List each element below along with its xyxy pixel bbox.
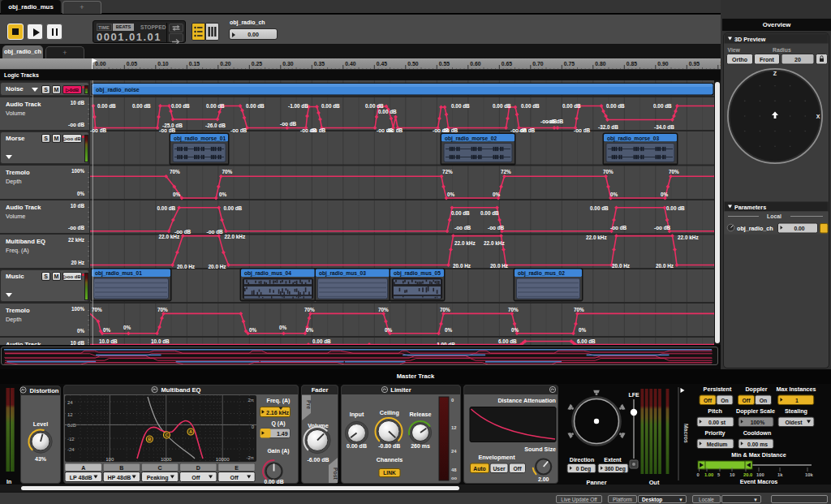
svg-text:70%: 70% <box>157 307 168 312</box>
svg-text:0.00 dB: 0.00 dB <box>666 205 685 211</box>
svg-text:Level: Level <box>33 420 48 428</box>
svg-text:0.95: 0.95 <box>689 61 700 67</box>
svg-text:HP 48dB: HP 48dB <box>108 475 131 480</box>
svg-text:0%: 0% <box>306 327 314 333</box>
svg-text:0.00 dB: 0.00 dB <box>451 210 470 216</box>
svg-text:0dB: 0dB <box>67 423 76 428</box>
svg-text:0.35: 0.35 <box>314 61 325 67</box>
svg-text:0: 0 <box>451 398 454 403</box>
svg-text:Radius: Radius <box>773 47 791 53</box>
svg-text:obj_radio_mus_02: obj_radio_mus_02 <box>518 270 565 277</box>
svg-text:-oo dB: -oo dB <box>574 127 591 133</box>
svg-text:1.49: 1.49 <box>277 431 288 437</box>
svg-text:70%: 70% <box>222 169 233 174</box>
svg-text:LFE: LFE <box>628 392 639 398</box>
svg-text:Event Macros: Event Macros <box>740 478 778 485</box>
svg-text:Envelopment: Envelopment <box>478 454 515 461</box>
svg-text:70%: 70% <box>170 169 180 174</box>
svg-text:260 ms: 260 ms <box>411 443 430 449</box>
svg-text:0%: 0% <box>249 327 257 333</box>
svg-text:Priority: Priority <box>704 429 725 437</box>
svg-text:3D Preview: 3D Preview <box>734 36 766 43</box>
svg-text:0.00 dB: 0.00 dB <box>521 103 540 109</box>
svg-text:LINK: LINK <box>383 470 396 476</box>
svg-text:0%: 0% <box>511 327 519 333</box>
svg-text:0.00 dB: 0.00 dB <box>562 103 581 109</box>
svg-text:0.50: 0.50 <box>407 61 418 67</box>
svg-text:100: 100 <box>756 472 764 477</box>
svg-text:0%: 0% <box>447 192 455 197</box>
svg-text:2.16 kHz: 2.16 kHz <box>266 410 290 416</box>
svg-text:Release: Release <box>409 411 431 418</box>
svg-text:-0.80 dB: -0.80 dB <box>378 443 400 449</box>
svg-text:-2π: -2π <box>247 455 254 460</box>
svg-text:-oo dB: -oo dB <box>207 229 224 235</box>
svg-text:Sound Size: Sound Size <box>524 446 556 453</box>
svg-text:Macros: Macros <box>683 424 689 443</box>
svg-text:Persistent: Persistent <box>704 386 732 393</box>
svg-text:72%: 72% <box>442 169 453 174</box>
svg-text:-oo dB: -oo dB <box>280 121 297 127</box>
svg-text:70%: 70% <box>508 307 519 312</box>
svg-text:72%: 72% <box>501 169 511 174</box>
svg-text:0.85: 0.85 <box>626 61 637 67</box>
svg-text:0.25: 0.25 <box>252 61 262 67</box>
svg-text:View: View <box>728 47 741 53</box>
svg-text:10: 10 <box>730 472 734 477</box>
svg-text:100%: 100% <box>751 420 764 425</box>
svg-text:1k: 1k <box>777 472 783 477</box>
svg-text:0%: 0% <box>661 192 669 197</box>
svg-text:-oo dB: -oo dB <box>654 225 671 230</box>
svg-text:Medium: Medium <box>707 442 728 447</box>
svg-text:360 Deg: 360 Deg <box>605 466 626 472</box>
svg-text:0.00 dB: 0.00 dB <box>590 205 609 211</box>
svg-text:-oo dB: -oo dB <box>519 127 536 133</box>
svg-text:24: 24 <box>451 449 457 454</box>
svg-text:0.55: 0.55 <box>439 61 450 67</box>
svg-text:E: E <box>235 465 239 471</box>
svg-text:0.00 dB: 0.00 dB <box>206 103 225 109</box>
svg-text:User: User <box>493 466 505 472</box>
svg-text:0.00 dB: 0.00 dB <box>365 103 384 109</box>
svg-text:-24: -24 <box>67 447 75 452</box>
svg-text:20.0 Hz: 20.0 Hz <box>612 263 630 269</box>
svg-text:0.80: 0.80 <box>595 61 605 67</box>
svg-text:0.00 dB: 0.00 dB <box>347 443 367 449</box>
svg-text:0.00 dB: 0.00 dB <box>157 205 176 211</box>
svg-text:0.00 dB: 0.00 dB <box>246 103 265 109</box>
svg-text:0.00 dB: 0.00 dB <box>312 338 331 344</box>
svg-text:Distance Attenuation: Distance Attenuation <box>497 397 556 404</box>
svg-text:1000: 1000 <box>161 457 172 462</box>
svg-text:-oo dB: -oo dB <box>488 225 505 230</box>
svg-text:Panner: Panner <box>586 479 606 485</box>
svg-text:On: On <box>721 398 728 403</box>
svg-text:-1.00 dB: -1.00 dB <box>288 103 308 109</box>
svg-text:10.0 dB: 10.0 dB <box>99 338 118 344</box>
svg-text:0.00 dB: 0.00 dB <box>171 103 190 109</box>
svg-text:1.00: 1.00 <box>704 472 713 477</box>
svg-text:On: On <box>760 398 767 403</box>
svg-text:0.15: 0.15 <box>189 61 200 67</box>
svg-text:obj_radio_morse_01: obj_radio_morse_01 <box>174 136 226 142</box>
svg-text:Cooldown: Cooldown <box>743 429 772 437</box>
svg-text:obj_radio_mus_03: obj_radio_mus_03 <box>319 270 366 277</box>
svg-text:0%: 0% <box>493 192 501 197</box>
svg-text:Off: Off <box>192 475 200 480</box>
svg-text:Off: Off <box>704 398 713 403</box>
svg-text:Parameters: Parameters <box>734 204 766 211</box>
svg-text:20.0 Hz: 20.0 Hz <box>177 264 195 269</box>
svg-text:10.0 dB: 10.0 dB <box>151 338 170 344</box>
svg-text:0.40: 0.40 <box>345 61 355 67</box>
svg-text:Out: Out <box>649 479 660 485</box>
svg-text:0.00 dB: 0.00 dB <box>493 103 511 109</box>
svg-text:22.0 kHz: 22.0 kHz <box>484 240 505 246</box>
svg-text:70%: 70% <box>378 307 389 312</box>
svg-text:0.00 dB: 0.00 dB <box>451 103 470 109</box>
svg-text:oo: oo <box>451 476 458 480</box>
svg-text:48: 48 <box>451 467 457 472</box>
svg-text:-oo dB: -oo dB <box>441 127 459 133</box>
svg-text:Doppler: Doppler <box>745 386 767 393</box>
svg-text:6.00 dB: 6.00 dB <box>577 338 596 344</box>
svg-text:0.70: 0.70 <box>532 61 543 67</box>
svg-text:12: 12 <box>451 425 456 430</box>
